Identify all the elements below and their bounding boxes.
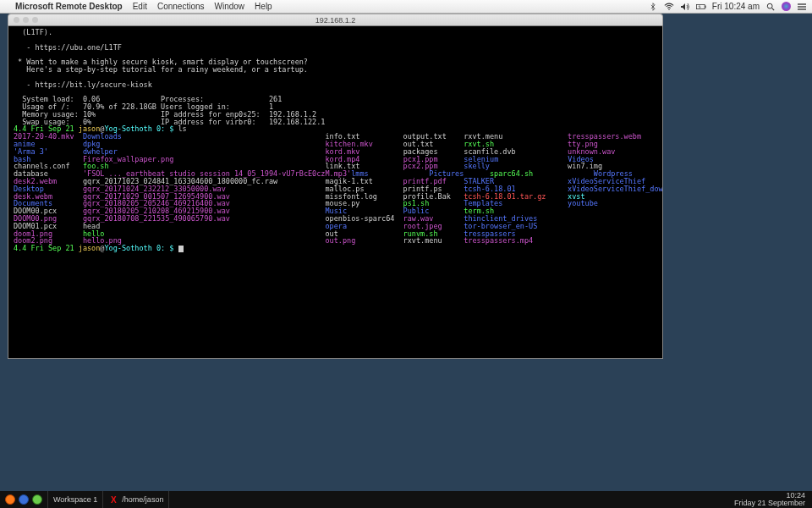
menu-edit[interactable]: Edit [133, 2, 147, 11]
linux-taskbar: Workspace 1 X /home/jason 10:24 Friday 2… [0, 491, 812, 508]
spotlight-icon[interactable] [765, 3, 776, 11]
firefox-icon[interactable] [5, 494, 15, 505]
thunderbird-icon[interactable] [19, 494, 29, 505]
clock-date: Friday 21 September [734, 500, 805, 507]
menubar-clock[interactable]: Fri 10:24 am [712, 2, 760, 11]
terminal-output[interactable]: (L1TF). - https://ubu.one/L1TF * Want to… [14, 29, 657, 252]
workspace-label: Workspace 1 [53, 495, 97, 504]
rdp-titlebar[interactable]: 192.168.1.2 [8, 14, 663, 25]
notification-center-icon[interactable] [797, 3, 807, 11]
rdp-title: 192.168.1.2 [315, 16, 356, 25]
macos-menubar: Microsoft Remote Desktop Edit Connection… [0, 0, 812, 14]
svg-point-0 [668, 8, 669, 9]
menu-help[interactable]: Help [255, 2, 272, 11]
menu-connections[interactable]: Connections [157, 2, 205, 11]
traffic-lights[interactable] [14, 17, 38, 23]
bluetooth-icon[interactable] [648, 3, 658, 11]
remote-desktop-viewport[interactable]: (L1TF). - https://ubu.one/L1TF * Want to… [8, 25, 663, 359]
rdp-window: 192.168.1.2 (L1TF). - https://ubu.one/L1… [8, 14, 663, 359]
taskbar-window-button[interactable]: X /home/jason [103, 491, 169, 508]
siri-icon[interactable] [782, 2, 791, 11]
app-name[interactable]: Microsoft Remote Desktop [15, 2, 123, 11]
wifi-icon[interactable] [664, 3, 674, 11]
svg-line-4 [772, 8, 775, 10]
taskbar-launchers [0, 491, 48, 508]
taskbar-clock[interactable]: 10:24 Friday 21 September [727, 492, 812, 507]
window-title-label: /home/jason [122, 495, 163, 504]
svg-point-3 [767, 3, 772, 8]
battery-icon[interactable] [696, 3, 706, 11]
menu-window[interactable]: Window [215, 2, 245, 11]
pidgin-icon[interactable] [32, 494, 42, 505]
svg-rect-2 [705, 5, 705, 8]
xterm-icon: X [108, 494, 118, 505]
workspace-switcher[interactable]: Workspace 1 [48, 491, 103, 508]
volume-icon[interactable] [680, 3, 690, 11]
